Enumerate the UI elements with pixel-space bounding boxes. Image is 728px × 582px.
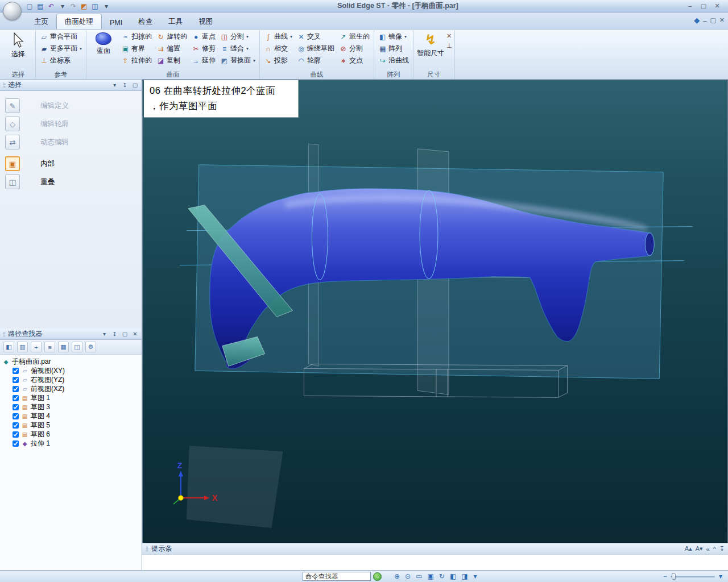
shaded-view-icon[interactable]: ◧ [450,572,456,580]
collapse-icon[interactable]: « [706,546,709,552]
visibility-checkbox[interactable] [13,404,19,410]
inside-option-button[interactable]: ▣ [5,156,20,171]
3d-viewport[interactable]: Z X 06 在曲率转折处拉伸2个蓝面 ，作为草图平面 [142,80,728,543]
stitch-button[interactable]: ≡缝合▾ [218,43,257,55]
copy-surface-button[interactable]: ◪复制 [155,55,189,66]
wrap-sketch-button[interactable]: ◎缠绕草图 [295,43,336,55]
panel-maximize-icon[interactable]: ▢ [131,82,139,88]
sketch-annotation[interactable]: 06 在曲率转折处拉伸2个蓝面 ，作为草图平面 [144,80,299,118]
coincident-plane-button[interactable]: ▱ 重合平面 [38,31,84,43]
pathfinder-layers-icon[interactable]: ≡ [44,342,55,352]
style-icon[interactable]: ◩ [80,2,89,11]
doc-minimize-button[interactable]: – [703,17,706,24]
bluesurf-button[interactable]: 蓝面 [89,31,118,70]
tab-surfacing[interactable]: 曲面处理 [56,14,102,29]
bluepoint-button[interactable]: ●蓝点 [190,31,217,43]
divide-button[interactable]: ◫分割▾ [218,31,257,43]
close-button[interactable]: ✕ [712,2,722,10]
extend-button[interactable]: →延伸 [190,55,217,66]
cross-curve-button[interactable]: ✕交叉 [295,31,336,43]
offset-button[interactable]: ⇉偏置 [155,43,189,55]
intersection-point-button[interactable]: ∗交点 [337,55,371,66]
extruded-button[interactable]: ⇧拉伸的 [119,55,154,66]
pathfinder-sheet-icon[interactable]: ▥ [17,342,28,352]
more-planes-button[interactable]: ▰ 更多平面 ▾ [38,43,84,55]
tree-row[interactable]: ▱前视图(XZ) [2,384,142,393]
tree-row[interactable]: ▤草图 5 [2,421,142,430]
doc-close-button[interactable]: ✕ [719,16,725,24]
tree-row[interactable]: ▱俯视图(XY) [2,366,142,375]
mirror-button[interactable]: ◧镜像▾ [377,31,411,43]
visibility-checkbox[interactable] [13,440,19,447]
contour-button[interactable]: ◠轮廓 [295,55,336,66]
tab-pmi[interactable]: PMI [102,16,130,29]
command-finder-input[interactable] [303,572,371,581]
minimize-button[interactable]: – [685,2,695,10]
dimension-axis-icon[interactable]: ⊥ [446,42,452,49]
smart-dimension-button[interactable]: ↯ 智能尺寸 [416,31,445,70]
command-finder-go-icon[interactable]: → [373,572,382,581]
redo-icon[interactable]: ↷ [69,2,78,11]
application-orb[interactable] [3,2,22,20]
tree-root-row[interactable]: ◆ 手柄曲面.par [2,357,142,366]
bounded-button[interactable]: ▣有界 [119,43,154,55]
new-document-icon[interactable]: ▢ [25,2,34,11]
window-layout-icon[interactable]: ◫ [90,2,100,11]
save-icon[interactable]: ▤ [36,2,45,11]
edit-profile-button[interactable]: ◇ [5,117,20,131]
tree-row[interactable]: ▤草图 1 [2,393,142,402]
pathfinder-report-icon[interactable]: ◫ [72,342,82,352]
visibility-checkbox[interactable] [13,413,19,419]
visibility-checkbox[interactable] [13,386,19,392]
zoom-slider[interactable] [671,576,715,577]
pathfinder-pattern-icon[interactable]: ▦ [58,342,69,352]
visibility-checkbox[interactable] [13,368,19,374]
visibility-checkbox[interactable] [13,395,19,401]
derived-curve-button[interactable]: ↗派生的 [337,31,371,43]
view-style-icon[interactable]: ◨ [461,572,468,580]
along-curve-button[interactable]: ↪沿曲线 [377,55,411,66]
panel-pin-icon[interactable]: ↧ [121,82,129,88]
fit-view-icon[interactable]: ▭ [416,572,422,580]
panel-maximize-icon[interactable]: ▢ [121,331,129,337]
help-icon[interactable]: ◆ [694,16,700,24]
3d-scene[interactable]: Z X [143,80,727,543]
pathfinder-add-icon[interactable]: + [31,342,42,352]
tab-tools[interactable]: 工具 [160,14,191,29]
font-increase-icon[interactable]: A▴ [685,545,692,552]
zoom-in-icon[interactable]: ⊕ [394,572,400,580]
pin-icon[interactable]: ↧ [719,545,725,552]
tab-home[interactable]: 主页 [26,14,56,29]
zoom-slider-thumb[interactable] [672,573,676,580]
qat-customize-icon[interactable]: ▾ [102,2,111,11]
view-options-chevron-icon[interactable]: ▾ [474,572,477,580]
zoom-menu-chevron-icon[interactable]: ▾ [719,572,722,580]
zoom-out-icon[interactable]: − [663,572,667,580]
triad-origin[interactable] [178,496,183,501]
curve-button[interactable]: ∫曲线▾ [262,31,294,43]
dynamic-edit-button[interactable]: ⇄ [5,135,20,149]
tab-view[interactable]: 视图 [191,14,221,29]
tree-row[interactable]: ▤草图 6 [2,430,142,439]
tree-row[interactable]: ◆拉伸 1 [2,439,142,448]
undo-icon[interactable]: ↶ [47,2,56,11]
edit-definition-button[interactable]: ✎ [5,98,20,113]
panel-pin-icon[interactable]: ↧ [111,331,118,337]
expand-icon[interactable]: ^ [713,546,716,552]
visibility-checkbox[interactable] [13,377,19,383]
panel-chevron-icon[interactable]: ▾ [111,82,118,88]
tree-row[interactable]: ▤草图 3 [2,402,142,411]
maximize-button[interactable]: ▢ [698,2,709,10]
split-curve-button[interactable]: ⊘分割 [337,43,371,55]
panel-chevron-icon[interactable]: ▾ [101,331,108,337]
rotate-view-icon[interactable]: ↻ [439,572,445,580]
visibility-checkbox[interactable] [13,422,19,429]
trim-button[interactable]: ✂修剪 [190,43,217,55]
coordinate-system-button[interactable]: ⊥ 坐标系 [38,55,84,66]
pathfinder-view-icon[interactable]: ◧ [3,342,14,352]
pathfinder-settings-icon[interactable]: ⚙ [85,342,96,352]
visibility-checkbox[interactable] [13,431,19,438]
tab-inspect[interactable]: 检查 [130,14,160,29]
pan-icon[interactable]: ▣ [427,572,433,580]
panel-close-icon[interactable]: ✕ [131,331,139,337]
